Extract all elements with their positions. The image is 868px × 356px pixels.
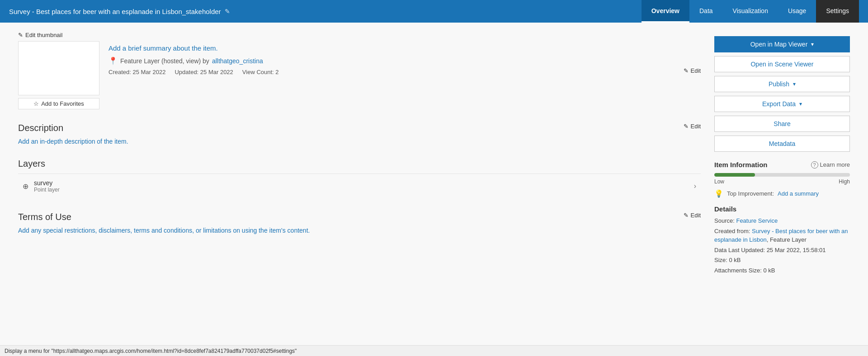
edit-terms-label: Edit <box>691 212 701 219</box>
add-summary-link[interactable]: Add a brief summary about the item. <box>108 44 675 52</box>
layer-crosshair-icon: ⊕ <box>23 182 28 191</box>
progress-low-label: Low <box>714 178 724 185</box>
edit-thumbnail-link[interactable]: ✎ Edit thumbnail <box>18 32 99 38</box>
source-row: Source: Feature Service <box>714 216 850 225</box>
layers-section: Layers ⊕ survey Point layer › <box>18 159 701 198</box>
item-quality-progress: Low High <box>714 173 850 185</box>
updated-date: Updated: 25 Mar 2022 <box>175 69 233 75</box>
progress-high-label: High <box>839 178 850 185</box>
add-summary-improvement-link[interactable]: Add a summary <box>778 190 819 197</box>
source-label: Source: <box>714 217 735 224</box>
item-dates: Created: 25 Mar 2022 Updated: 25 Mar 202… <box>108 69 675 75</box>
description-title: Description <box>18 123 63 133</box>
layer-type: Point layer <box>34 187 694 193</box>
size-row: Size: 0 kB <box>714 256 850 265</box>
main-content: ✎ Edit thumbnail ☆ Add to Favorites Add … <box>0 23 868 285</box>
layers-header: Layers <box>18 159 701 169</box>
bulb-icon: 💡 <box>714 189 723 198</box>
share-button[interactable]: Share <box>714 116 850 132</box>
export-data-label: Export Data <box>762 100 796 108</box>
layer-info: survey Point layer <box>34 179 694 193</box>
location-icon: 📍 <box>108 56 118 65</box>
metadata-label: Metadata <box>769 140 795 147</box>
terms-section: Terms of Use ✎ Edit Add any special rest… <box>18 212 701 234</box>
status-bar-text: Display a menu for "https://allthatgeo.m… <box>5 348 297 354</box>
progress-bar-track <box>714 173 850 177</box>
tab-data[interactable]: Data <box>689 0 723 23</box>
item-header: ✎ Edit thumbnail ☆ Add to Favorites Add … <box>18 32 701 109</box>
page-title: Survey - Best places for beer with an es… <box>9 8 642 15</box>
add-description-link[interactable]: Add an in-depth description of the item. <box>18 138 128 145</box>
created-from-suffix: , Feature Layer <box>767 236 807 243</box>
edit-meta-label: Edit <box>691 67 701 74</box>
progress-bar-fill <box>714 173 755 177</box>
item-information-section: Item Information ? Learn more Low High 💡… <box>714 161 850 275</box>
edit-terms-pencil-icon: ✎ <box>684 212 689 219</box>
item-type-row: 📍 Feature Layer (hosted, view) by alltha… <box>108 56 675 65</box>
edit-thumbnail-pencil-icon: ✎ <box>18 32 23 38</box>
item-information-title: Item Information <box>714 161 768 169</box>
publish-button[interactable]: Publish ▾ <box>714 76 850 92</box>
export-data-dropdown-icon: ▾ <box>799 101 802 107</box>
progress-labels: Low High <box>714 178 850 185</box>
learn-more-link[interactable]: ? Learn more <box>811 161 850 169</box>
description-section: Description ✎ Edit Add an in-depth descr… <box>18 123 701 145</box>
export-data-button[interactable]: Export Data ▾ <box>714 96 850 112</box>
title-edit-icon[interactable]: ✎ <box>225 8 230 15</box>
edit-item-meta-button[interactable]: ✎ Edit <box>684 32 701 109</box>
open-map-viewer-label: Open in Map Viewer <box>750 41 808 48</box>
description-header: Description ✎ Edit <box>18 123 701 133</box>
add-to-favorites-button[interactable]: ☆ Add to Favorites <box>18 98 99 109</box>
tab-visualization[interactable]: Visualization <box>723 0 778 23</box>
metadata-button[interactable]: Metadata <box>714 136 850 152</box>
map-viewer-dropdown-icon: ▾ <box>811 41 814 47</box>
tab-settings[interactable]: Settings <box>816 0 859 23</box>
publish-dropdown-icon: ▾ <box>793 81 796 87</box>
item-type-text: Feature Layer (hosted, view) by <box>120 57 209 65</box>
edit-description-pencil-icon: ✎ <box>684 123 689 130</box>
edit-description-label: Edit <box>691 123 701 130</box>
details-section: Details Source: Feature Service Created … <box>714 205 850 275</box>
publish-label: Publish <box>769 80 789 88</box>
status-bar: Display a menu for "https://allthatgeo.m… <box>0 345 868 356</box>
terms-header: Terms of Use ✎ Edit <box>18 212 701 222</box>
created-date: Created: 25 Mar 2022 <box>108 69 165 75</box>
action-buttons: Open in Map Viewer ▾ Open in Scene Viewe… <box>714 36 850 152</box>
top-improvement: 💡 Top Improvement: Add a summary <box>714 189 850 198</box>
details-title: Details <box>714 205 850 213</box>
title-text: Survey - Best places for beer with an es… <box>9 8 221 15</box>
edit-terms-button[interactable]: ✎ Edit <box>684 212 701 219</box>
attachments-size-text: Attachments Size: 0 kB <box>714 267 775 274</box>
edit-thumbnail-label: Edit thumbnail <box>25 32 62 38</box>
view-count: View Count: 2 <box>242 69 279 75</box>
star-icon: ☆ <box>33 100 39 107</box>
created-from-row: Created from: Survey - Best places for b… <box>714 227 850 244</box>
layer-chevron-icon: › <box>694 182 696 190</box>
right-panel: Open in Map Viewer ▾ Open in Scene Viewe… <box>714 32 850 276</box>
question-circle-icon: ? <box>811 161 818 169</box>
open-scene-viewer-button[interactable]: Open in Scene Viewer <box>714 56 850 72</box>
tab-usage[interactable]: Usage <box>778 0 816 23</box>
left-panel: ✎ Edit thumbnail ☆ Add to Favorites Add … <box>18 32 701 276</box>
layers-title: Layers <box>18 159 45 169</box>
nav-tabs: Overview Data Visualization Usage Settin… <box>642 0 859 23</box>
owner-link[interactable]: allthatgeo_cristina <box>212 57 263 65</box>
top-nav: Survey - Best places for beer with an es… <box>0 0 868 23</box>
add-favorites-label: Add to Favorites <box>41 100 84 107</box>
edit-meta-pencil-icon: ✎ <box>684 67 689 74</box>
thumbnail-image <box>18 41 99 95</box>
source-link[interactable]: Feature Service <box>736 217 778 224</box>
layer-name: survey <box>34 179 694 187</box>
add-terms-link[interactable]: Add any special restrictions, disclaimer… <box>18 227 310 234</box>
attachments-size-row: Attachments Size: 0 kB <box>714 266 850 275</box>
tab-overview[interactable]: Overview <box>642 0 689 23</box>
layer-item[interactable]: ⊕ survey Point layer › <box>18 173 701 198</box>
item-information-header: Item Information ? Learn more <box>714 161 850 169</box>
share-label: Share <box>774 120 790 127</box>
terms-title: Terms of Use <box>18 212 71 222</box>
edit-description-button[interactable]: ✎ Edit <box>684 123 701 130</box>
open-map-viewer-button[interactable]: Open in Map Viewer ▾ <box>714 36 850 52</box>
item-meta: Add a brief summary about the item. 📍 Fe… <box>108 32 675 109</box>
open-scene-viewer-label: Open in Scene Viewer <box>750 61 813 68</box>
created-from-label: Created from: <box>714 228 750 234</box>
